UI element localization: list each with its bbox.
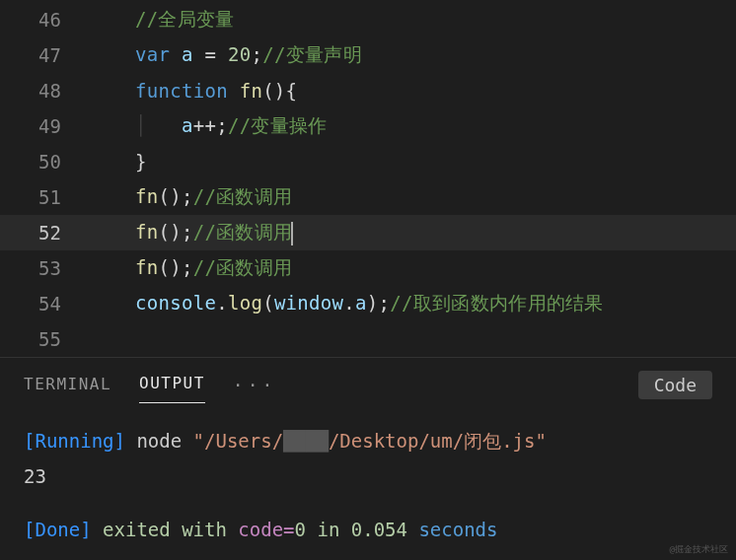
code-line[interactable]: 47 var a = 20;//变量声明 [0,37,736,73]
watermark: @掘金技术社区 [670,543,728,556]
tab-output[interactable]: OUTPUT [139,374,205,403]
code-line[interactable]: 52 fn();//函数调用 [0,215,736,250]
line-number: 55 [0,328,89,350]
line-number: 53 [0,257,89,279]
line-content[interactable]: var a = 20;//变量声明 [89,42,736,68]
output-line-done: [Done] exited with code=0 in 0.054 secon… [24,512,712,547]
line-content[interactable]: │ a++;//变量操作 [89,113,736,139]
bottom-panel: TERMINAL OUTPUT ··· Code [Running] node … [0,357,736,560]
line-number: 49 [0,115,89,137]
output-line-result: 23 [24,458,712,494]
line-number: 51 [0,186,89,208]
line-number: 52 [0,222,89,244]
output-content[interactable]: [Running] node "/Users/████/Desktop/um/闭… [0,407,736,560]
code-line[interactable]: 48 function fn(){ [0,73,736,108]
cursor [291,222,293,245]
code-line[interactable]: 49 │ a++;//变量操作 [0,108,736,144]
line-number: 48 [0,80,89,102]
panel-tabs: TERMINAL OUTPUT ··· Code [0,358,736,407]
line-content[interactable]: fn();//函数调用 [89,184,736,210]
code-editor[interactable]: 46 //全局变量47 var a = 20;//变量声明48 function… [0,0,736,357]
line-number: 46 [0,9,89,31]
line-content[interactable]: } [89,151,736,173]
line-number: 54 [0,293,89,315]
line-content[interactable]: fn();//函数调用 [89,220,736,245]
code-line[interactable]: 55 [0,321,736,357]
tab-terminal[interactable]: TERMINAL [24,375,111,403]
line-content[interactable]: console.log(window.a);//取到函数内作用的结果 [89,291,736,316]
line-content[interactable]: fn();//函数调用 [89,255,736,281]
code-line[interactable]: 51 fn();//函数调用 [0,179,736,215]
line-content[interactable]: function fn(){ [89,80,736,102]
tab-more-icon[interactable]: ··· [233,375,277,395]
code-line[interactable]: 46 //全局变量 [0,2,736,37]
line-number: 50 [0,151,89,173]
code-line[interactable]: 50 } [0,144,736,179]
line-number: 47 [0,44,89,66]
output-line-running: [Running] node "/Users/████/Desktop/um/闭… [24,423,712,458]
code-line[interactable]: 54 console.log(window.a);//取到函数内作用的结果 [0,286,736,321]
output-channel-selector[interactable]: Code [638,371,712,399]
line-content[interactable]: //全局变量 [89,7,736,33]
code-line[interactable]: 53 fn();//函数调用 [0,250,736,286]
